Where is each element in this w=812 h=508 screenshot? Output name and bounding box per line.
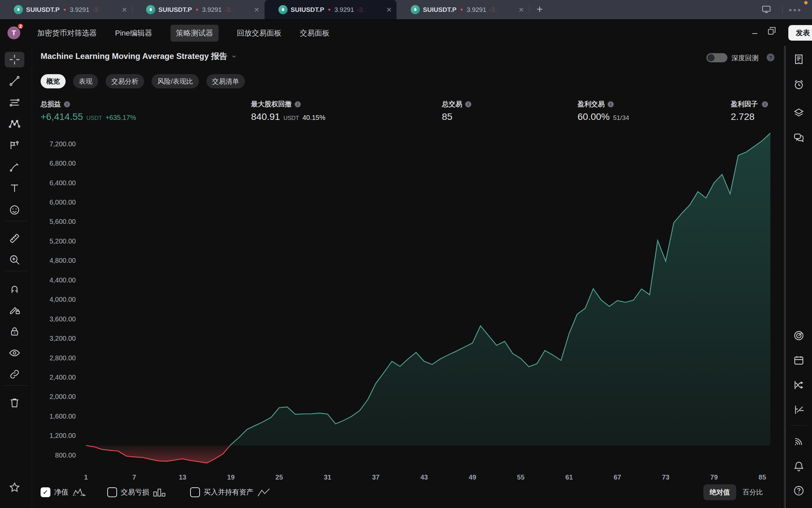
link-icon (8, 368, 21, 380)
tab-change: -3.2 (92, 6, 103, 14)
tool-link[interactable] (5, 366, 24, 382)
y-axis-label: 2,800.00 (49, 354, 76, 362)
help-icon[interactable]: ? (767, 54, 774, 61)
tab-price: 3.9291 (467, 6, 486, 14)
info-icon[interactable]: i (608, 101, 614, 107)
x-axis-label: 37 (372, 473, 380, 481)
toolbar-separator (4, 271, 28, 271)
sidebar-layers[interactable] (788, 104, 809, 121)
stat-2: 最大股权回撤i840.91USDT40.15% (251, 100, 325, 122)
report-title[interactable]: Machine Learning Moving Average Strategy… (41, 51, 236, 62)
equity-line-down (86, 133, 770, 463)
tool-trash[interactable] (5, 395, 24, 410)
sidebar-alarm[interactable] (788, 76, 809, 93)
checkbox-unchecked[interactable] (107, 487, 117, 497)
x-axis-label: 67 (614, 473, 621, 481)
tool-brush[interactable] (5, 159, 24, 175)
new-tab-button[interactable]: + (534, 4, 546, 15)
info-icon[interactable]: i (295, 101, 301, 107)
sidebar-wifi[interactable] (788, 433, 809, 450)
browser-tab-3-active[interactable]: SUIUSDT.P ▼ 3.9291 -3.2 ✕ (265, 0, 397, 19)
tool-lock[interactable] (5, 324, 24, 339)
sidebar-radar[interactable] (788, 327, 809, 344)
report-tabs: 概览表现交易分析风险/表现比交易清单 (41, 74, 245, 88)
price-down-triangle-icon: ▼ (459, 7, 464, 12)
percent-scale-button[interactable]: 百分比 (743, 484, 763, 500)
help-icon (793, 485, 805, 497)
series-toggle-3[interactable]: 买入并持有资产 (190, 487, 271, 498)
sidebar-chat[interactable] (788, 129, 809, 146)
x-axis-label: 31 (324, 473, 331, 481)
tab-close-icon[interactable]: ✕ (386, 6, 392, 13)
tool-parallel-channel[interactable] (5, 95, 24, 110)
tool-zoom-in[interactable] (5, 252, 24, 268)
lock-icon (8, 325, 21, 338)
sidebar-help[interactable] (788, 482, 809, 499)
tool-text-tool[interactable] (5, 181, 24, 196)
trash-icon (8, 397, 21, 409)
wifi-icon (793, 435, 805, 447)
sui-logo-icon (411, 5, 420, 14)
tab-close-icon[interactable]: ✕ (254, 6, 260, 13)
browser-tab-4[interactable]: SUIUSDT.P ▼ 3.9291 -3.2 ✕ (397, 0, 529, 19)
publish-button[interactable]: 发表 (788, 25, 812, 41)
report-tab-3[interactable]: 交易分析 (106, 74, 144, 88)
magnet-icon (8, 282, 21, 295)
tool-star[interactable] (5, 480, 24, 495)
series-toggle-1[interactable]: ✓净值 (41, 487, 86, 498)
tool-eye[interactable] (5, 345, 24, 361)
menu-item-2[interactable]: Pine编辑器 (115, 28, 152, 38)
sidebar-bell[interactable] (788, 458, 809, 475)
stat-value: 60.00% (578, 111, 610, 122)
sidebar-journal[interactable] (788, 51, 809, 68)
tab-close-icon[interactable]: ✕ (518, 6, 524, 13)
tool-ruler[interactable] (5, 231, 24, 246)
y-axis-label: 3,200.00 (49, 335, 76, 342)
browser-tab-1[interactable]: SUIUSDT.P ▼ 3.9291 -3.2 ✕ (0, 0, 132, 19)
tool-magnet[interactable] (5, 281, 24, 296)
status-dot (804, 1, 808, 4)
series-toggle-2[interactable]: 交易亏损 (107, 487, 166, 498)
tool-emoji[interactable] (5, 202, 24, 218)
calendar-icon (793, 354, 805, 366)
tool-draw-lock[interactable] (5, 302, 24, 318)
tab-change: -3.2 (357, 6, 368, 14)
minimize-icon[interactable] (750, 29, 759, 38)
report-tab-1[interactable]: 概览 (41, 74, 66, 88)
more-options-icon[interactable] (788, 8, 801, 12)
checkbox-unchecked[interactable] (190, 487, 200, 497)
stat-value: +6,414.55 (41, 111, 83, 122)
checkbox-checked[interactable]: ✓ (41, 487, 50, 497)
tab-price: 3.9291 (202, 6, 222, 14)
sidebar-compare-curves[interactable] (788, 377, 809, 394)
x-axis-label: 1 (84, 473, 88, 481)
report-tab-4[interactable]: 风险/表现比 (152, 74, 199, 88)
price-down-triangle-icon: ▼ (63, 7, 67, 12)
browser-tab-2[interactable]: SUIUSDT.P ▼ 3.9291 -3.2 ✕ (132, 0, 264, 19)
tool-xabcd-pattern[interactable] (5, 116, 24, 132)
info-icon[interactable]: i (64, 101, 70, 107)
sidebar-calendar[interactable] (788, 352, 809, 369)
tab-change: -3.2 (225, 6, 235, 14)
menu-item-4[interactable]: 回放交易面板 (237, 28, 281, 38)
report-tab-5[interactable]: 交易清单 (206, 74, 245, 88)
sidebar-separator (790, 425, 807, 426)
monitor-icon[interactable] (761, 4, 771, 14)
info-icon[interactable]: i (465, 101, 471, 107)
journal-icon (793, 53, 805, 65)
info-icon[interactable]: i (762, 101, 768, 107)
report-tab-2[interactable]: 表现 (73, 74, 98, 88)
tab-close-icon[interactable]: ✕ (121, 6, 127, 13)
deep-backtest-toggle[interactable] (706, 53, 727, 62)
tool-position-tool[interactable] (5, 137, 24, 153)
restore-panel-icon[interactable] (767, 26, 777, 36)
tool-trend-line[interactable] (5, 73, 24, 89)
menu-item-5[interactable]: 交易面板 (300, 28, 330, 38)
tool-crosshair[interactable] (5, 52, 24, 67)
absolute-scale-button[interactable]: 绝对值 (703, 484, 736, 500)
menu-item-1[interactable]: 加密货币对筛选器 (37, 28, 97, 38)
sidebar-trend-ruler[interactable] (788, 401, 809, 418)
series-toggle-label: 交易亏损 (121, 487, 149, 497)
ruler-icon (8, 232, 21, 245)
menu-item-3[interactable]: 策略测试器 (171, 25, 219, 42)
